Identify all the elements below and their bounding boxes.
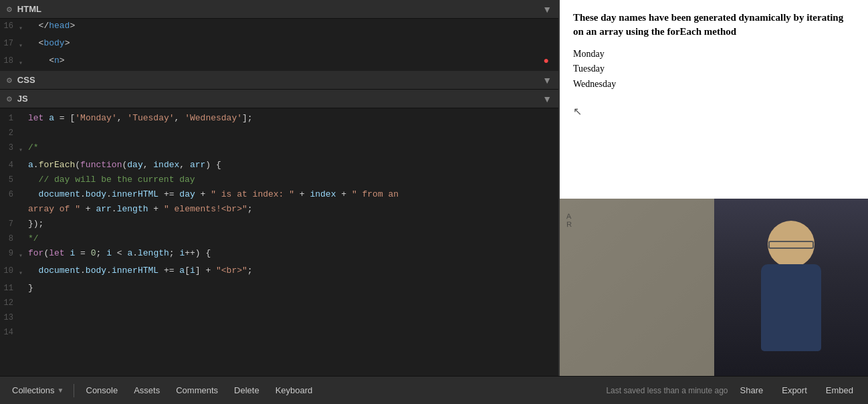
editor-panel: ⚙ HTML ▼ 16 ▾ </head> 17 ▾ <body> 18 bbox=[0, 0, 558, 376]
preview-day-tuesday: Tuesday bbox=[573, 62, 855, 76]
code-line: 4 a.forEach(function(day, index, arr) { bbox=[0, 158, 558, 173]
delete-button[interactable]: Delete bbox=[227, 383, 266, 398]
saved-status: Last saved less than a minute ago bbox=[606, 386, 728, 395]
html-section: ⚙ HTML ▼ 16 ▾ </head> 17 ▾ <body> 18 bbox=[0, 0, 558, 71]
console-button[interactable]: Console bbox=[80, 383, 125, 398]
code-line: 9 ▾ for(let i = 0; i < a.length; i++) { bbox=[0, 246, 558, 264]
code-line: 14 bbox=[0, 325, 558, 340]
toolbar-left: Collections ▼ Console Assets Comments De… bbox=[8, 383, 319, 398]
video-area: AR bbox=[560, 199, 868, 376]
preview-day-monday: Monday bbox=[573, 47, 855, 62]
preview-days: Monday Tuesday Wednesday bbox=[573, 47, 855, 92]
code-line: 18 ▾ <n> ● bbox=[0, 54, 558, 71]
dropdown-arrow-icon: ▼ bbox=[58, 387, 64, 394]
keyboard-button[interactable]: Keyboard bbox=[269, 383, 320, 398]
code-line: array of " + arr.length + " elements!<br… bbox=[0, 202, 558, 217]
embed-button[interactable]: Embed bbox=[819, 383, 860, 398]
css-label: CSS bbox=[17, 75, 35, 85]
person-area bbox=[714, 199, 869, 376]
code-line: 17 ▾ <body> bbox=[0, 36, 558, 54]
html-section-header: ⚙ HTML ▼ bbox=[0, 0, 558, 19]
video-placeholder: AR bbox=[560, 199, 868, 376]
css-section-header: ⚙ CSS ▼ bbox=[0, 71, 558, 90]
preview-output: These day names have been generated dyna… bbox=[560, 0, 868, 199]
html-collapse-button[interactable]: ▼ bbox=[542, 5, 552, 14]
code-line: 1 let a = ['Monday', 'Tuesday', 'Wednesd… bbox=[0, 111, 558, 126]
code-line: 7 }); bbox=[0, 217, 558, 231]
js-collapse-button[interactable]: ▼ bbox=[542, 94, 552, 104]
collections-label: Collections bbox=[12, 385, 55, 395]
person-silhouette bbox=[751, 221, 831, 355]
main-area: ⚙ HTML ▼ 16 ▾ </head> 17 ▾ <body> 18 bbox=[0, 0, 868, 376]
preview-title: These day names have been generated dyna… bbox=[573, 11, 855, 39]
toolbar-right: Last saved less than a minute ago Share … bbox=[606, 383, 860, 398]
css-section: ⚙ CSS ▼ bbox=[0, 71, 558, 90]
code-line: 3 ▾ /* bbox=[0, 140, 558, 158]
code-line: 5 // day will be the current day bbox=[0, 173, 558, 187]
body bbox=[761, 264, 821, 351]
error-indicator: ● bbox=[544, 54, 549, 68]
code-line: 16 ▾ </head> bbox=[0, 19, 558, 36]
html-label: HTML bbox=[17, 4, 41, 14]
divider bbox=[74, 384, 74, 397]
js-section: ⚙ JS ▼ 1 let a = ['Monday', 'Tuesday', '… bbox=[0, 90, 558, 376]
code-line: 2 bbox=[0, 126, 558, 140]
comments-button[interactable]: Comments bbox=[169, 383, 225, 398]
js-section-header: ⚙ JS ▼ bbox=[0, 90, 558, 108]
export-button[interactable]: Export bbox=[775, 383, 814, 398]
code-line: 12 bbox=[0, 296, 558, 310]
code-line: 8 */ bbox=[0, 231, 558, 246]
whiteboard-text: AR bbox=[566, 212, 572, 228]
glasses bbox=[768, 241, 814, 249]
code-line: 11 } bbox=[0, 281, 558, 296]
js-label: JS bbox=[17, 94, 28, 104]
whiteboard-bg bbox=[560, 199, 730, 376]
share-button[interactable]: Share bbox=[734, 383, 770, 398]
html-code-area: 16 ▾ </head> 17 ▾ <body> 18 ▾ <n> ● bbox=[0, 19, 558, 71]
gear-icon-css[interactable]: ⚙ bbox=[7, 75, 12, 86]
collections-dropdown[interactable]: Collections ▼ bbox=[8, 383, 68, 398]
code-line: 13 bbox=[0, 310, 558, 325]
css-collapse-button[interactable]: ▼ bbox=[542, 76, 552, 85]
js-code-area[interactable]: 1 let a = ['Monday', 'Tuesday', 'Wednesd… bbox=[0, 108, 558, 376]
bottom-toolbar: Collections ▼ Console Assets Comments De… bbox=[0, 376, 868, 404]
code-line: 10 ▾ document.body.innerHTML += a[i] + "… bbox=[0, 264, 558, 281]
right-panel: These day names have been generated dyna… bbox=[558, 0, 868, 376]
gear-icon-html[interactable]: ⚙ bbox=[7, 4, 12, 15]
cursor-indicator: ↖ bbox=[573, 105, 855, 118]
gear-icon-js[interactable]: ⚙ bbox=[7, 94, 12, 104]
preview-day-wednesday: Wednesday bbox=[573, 77, 855, 92]
code-line: 6 document.body.innerHTML += day + " is … bbox=[0, 187, 558, 202]
assets-button[interactable]: Assets bbox=[127, 383, 167, 398]
